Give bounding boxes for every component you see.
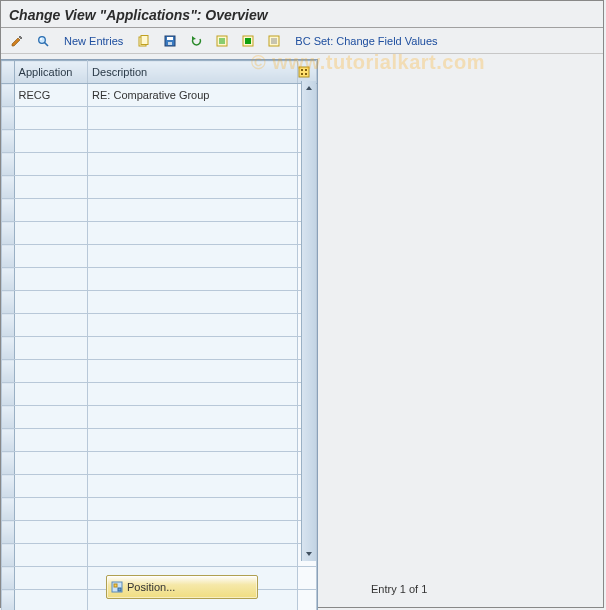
row-scroll-gutter: [298, 567, 317, 590]
cell-description[interactable]: [88, 153, 298, 176]
cell-description[interactable]: [88, 337, 298, 360]
cell-application[interactable]: [14, 360, 88, 383]
svg-rect-18: [299, 67, 309, 77]
row-handle[interactable]: [2, 176, 15, 199]
cell-application[interactable]: [14, 337, 88, 360]
cell-application[interactable]: [14, 544, 88, 567]
cell-application[interactable]: [14, 107, 88, 130]
cell-application[interactable]: [14, 245, 88, 268]
cell-description[interactable]: [88, 291, 298, 314]
cell-description[interactable]: [88, 314, 298, 337]
cell-description[interactable]: [88, 176, 298, 199]
position-icon: [107, 580, 127, 594]
row-handle[interactable]: [2, 429, 15, 452]
cell-description[interactable]: [88, 360, 298, 383]
row-handle[interactable]: [2, 544, 15, 567]
cell-application[interactable]: [14, 475, 88, 498]
column-header-application[interactable]: Application: [14, 61, 88, 84]
row-handle[interactable]: [2, 245, 15, 268]
svg-rect-25: [118, 588, 121, 591]
cell-application[interactable]: [14, 429, 88, 452]
cell-description[interactable]: [88, 475, 298, 498]
bcset-button[interactable]: BC Set: Change Field Values: [288, 30, 444, 52]
cell-application[interactable]: [14, 452, 88, 475]
row-handle[interactable]: [2, 222, 15, 245]
cell-description[interactable]: [88, 107, 298, 130]
row-handle[interactable]: [2, 475, 15, 498]
row-handle[interactable]: [2, 337, 15, 360]
cell-application[interactable]: [14, 498, 88, 521]
row-handle[interactable]: [2, 406, 15, 429]
copy-icon[interactable]: [132, 30, 156, 52]
column-header-description[interactable]: Description: [88, 61, 298, 84]
cell-description[interactable]: [88, 383, 298, 406]
table-corner[interactable]: [2, 61, 15, 84]
row-handle[interactable]: [2, 567, 15, 590]
row-handle[interactable]: [2, 153, 15, 176]
svg-point-2: [40, 38, 42, 40]
svg-rect-19: [301, 69, 303, 71]
cell-description[interactable]: [88, 130, 298, 153]
scroll-up-icon[interactable]: [303, 81, 315, 95]
row-handle[interactable]: [2, 314, 15, 337]
row-handle[interactable]: [2, 521, 15, 544]
svg-rect-13: [245, 38, 251, 44]
cell-description[interactable]: [88, 521, 298, 544]
row-handle[interactable]: [2, 130, 15, 153]
cell-application[interactable]: [14, 268, 88, 291]
cell-application[interactable]: [14, 176, 88, 199]
cell-description[interactable]: [88, 498, 298, 521]
cell-application[interactable]: [14, 383, 88, 406]
cell-description[interactable]: [88, 544, 298, 567]
new-entries-button[interactable]: New Entries: [57, 30, 130, 52]
cell-description[interactable]: [88, 222, 298, 245]
application-toolbar: New Entries BC Set: Change Field Values: [1, 28, 603, 54]
row-handle[interactable]: [2, 452, 15, 475]
cell-application[interactable]: [14, 291, 88, 314]
position-button[interactable]: Position...: [106, 575, 258, 599]
svg-line-1: [45, 42, 49, 46]
select-block-icon[interactable]: [236, 30, 260, 52]
svg-point-0: [39, 36, 46, 43]
cell-application[interactable]: [14, 314, 88, 337]
cell-application[interactable]: RECG: [14, 84, 88, 107]
cell-application[interactable]: [14, 130, 88, 153]
edit-icon[interactable]: [5, 30, 29, 52]
svg-rect-21: [301, 73, 303, 75]
row-handle[interactable]: [2, 498, 15, 521]
cell-application[interactable]: [14, 590, 88, 611]
scroll-down-icon[interactable]: [303, 547, 315, 561]
cell-application[interactable]: [14, 567, 88, 590]
select-all-icon[interactable]: [210, 30, 234, 52]
row-handle[interactable]: [2, 360, 15, 383]
row-handle[interactable]: [2, 291, 15, 314]
cell-description[interactable]: [88, 268, 298, 291]
cell-description[interactable]: [88, 245, 298, 268]
cell-description[interactable]: [88, 429, 298, 452]
cell-application[interactable]: [14, 521, 88, 544]
row-handle[interactable]: [2, 84, 15, 107]
row-handle[interactable]: [2, 590, 15, 611]
find-icon[interactable]: [31, 30, 55, 52]
page-title: Change View "Applications": Overview: [1, 1, 603, 28]
cell-description[interactable]: [88, 199, 298, 222]
cell-description[interactable]: [88, 406, 298, 429]
position-button-label: Position...: [127, 581, 175, 593]
vertical-scrollbar[interactable]: [301, 81, 316, 561]
cell-description[interactable]: RE: Comparative Group: [88, 84, 298, 107]
cell-application[interactable]: [14, 222, 88, 245]
cell-description[interactable]: [88, 452, 298, 475]
cell-application[interactable]: [14, 406, 88, 429]
row-handle[interactable]: [2, 268, 15, 291]
cell-application[interactable]: [14, 199, 88, 222]
row-scroll-gutter: [298, 590, 317, 611]
svg-rect-4: [141, 35, 148, 44]
row-handle[interactable]: [2, 383, 15, 406]
cell-application[interactable]: [14, 153, 88, 176]
undo-icon[interactable]: [184, 30, 208, 52]
save-icon[interactable]: [158, 30, 182, 52]
row-handle[interactable]: [2, 199, 15, 222]
row-handle[interactable]: [2, 107, 15, 130]
deselect-all-icon[interactable]: [262, 30, 286, 52]
svg-rect-6: [167, 37, 173, 40]
